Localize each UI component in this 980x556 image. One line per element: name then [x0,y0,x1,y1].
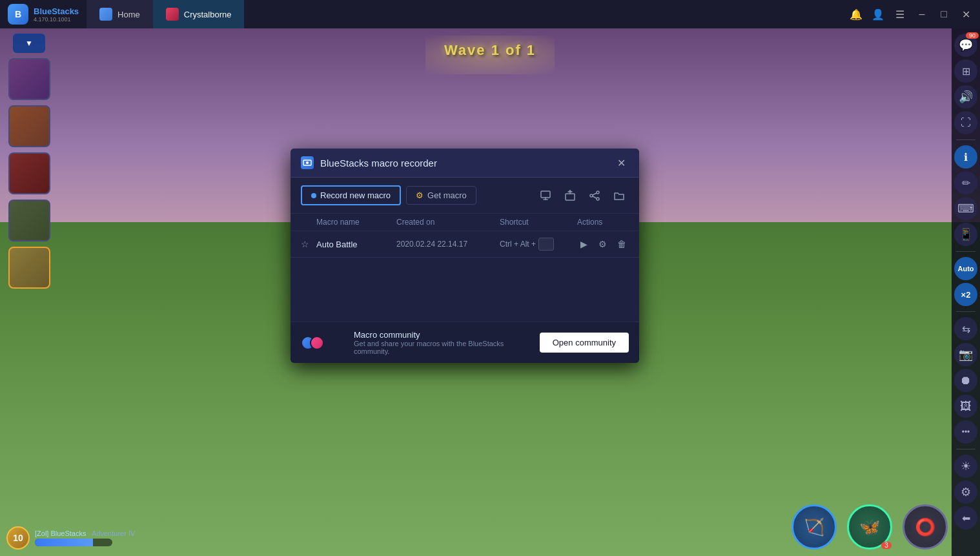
community-title: Macro community [354,330,532,340]
action-btn-3[interactable]: ⭕ [903,504,948,550]
record-sidebar-btn[interactable]: ⏺ [954,369,977,392]
crystalborne-tab-label: Crystalborne [184,10,232,19]
character-card-2[interactable] [8,105,50,147]
record-new-macro-btn[interactable]: Record new macro [301,185,401,205]
exp-fill [35,539,93,546]
svg-rect-3 [566,194,575,200]
phone-sidebar-btn[interactable]: 📱 [954,223,977,246]
toolbar-share-btn[interactable] [585,186,604,205]
volume-sidebar-btn[interactable]: 🔊 [954,85,977,108]
col-created-on: Created on [396,218,500,227]
svg-point-4 [597,191,599,194]
community-description: Get and share your macros with the BlueS… [354,340,532,355]
maximize-window-btn[interactable]: □ [935,5,953,23]
sidebar-divider-4 [956,449,975,449]
bottom-hud: 10 [Zol] BlueStacks Adventurer IV [6,526,135,550]
title-bar: B BlueStacks 4.170.10.1001 Home Crystalb… [0,0,980,28]
toolbar-export-btn[interactable] [560,186,580,205]
chat-sidebar-btn[interactable]: 💬 [954,34,977,57]
table-row: ☆ Auto Battle 2020.02.24 22.14.17 Ctrl +… [291,231,639,258]
get-macro-btn[interactable]: ⚙ Get macro [406,186,476,205]
app-name: BlueStacks [34,6,79,16]
player-name: [Zol] BlueStacks Adventurer IV [35,530,135,537]
notification-icon-btn[interactable]: 🔔 [847,5,865,23]
x2-sidebar-btn[interactable]: ×2 [954,283,977,306]
keyboard-sidebar-btn[interactable]: ⌨ [954,197,977,220]
dialog-toolbar: Record new macro ⚙ Get macro [291,178,639,214]
settings-sidebar-btn[interactable]: ⚙ [954,480,977,504]
bluestacks-logo-icon: B [8,4,28,25]
close-window-btn[interactable]: ✕ [957,5,975,23]
col-actions: Actions [577,218,629,227]
community-text: Macro community Get and share your macro… [354,330,532,355]
menu-icon-btn[interactable]: ☰ [891,5,909,23]
macro-date: 2020.02.24 22.14.17 [396,240,500,249]
svg-point-6 [597,198,599,200]
macro-list: ☆ Auto Battle 2020.02.24 22.14.17 Ctrl +… [291,231,639,309]
sidebar-divider-2 [956,251,975,252]
fullscreen-sidebar-btn[interactable]: ⛶ [954,111,977,134]
character-card-5[interactable]: Mara [8,247,50,289]
more-sidebar-btn[interactable]: ••• [954,420,977,444]
svg-rect-2 [541,191,550,198]
flip-sidebar-btn[interactable]: ⇆ [954,317,977,340]
grid-sidebar-btn[interactable]: ⊞ [954,59,977,83]
macro-list-header: Macro name Created on Shortcut Actions [291,214,639,231]
app-version: 4.170.10.1001 [34,16,79,23]
exp-bar [35,539,112,546]
settings-macro-btn[interactable]: ⚙ [596,236,609,252]
delete-macro-btn[interactable]: 🗑 [615,236,629,252]
action-2-badge: 3 [881,542,892,549]
info-sidebar-btn[interactable]: ℹ [954,145,977,169]
play-macro-btn[interactable]: ▶ [577,236,591,252]
svg-point-1 [306,161,309,164]
community-icon [301,333,327,353]
dialog-titlebar: BlueStacks macro recorder ✕ [291,149,639,178]
macro-dialog: BlueStacks macro recorder ✕ Record new m… [291,149,639,363]
edit-sidebar-btn[interactable]: ✏ [954,171,977,194]
star-icon[interactable]: ☆ [301,239,316,249]
macro-name: Auto Battle [316,240,396,249]
toolbar-import-btn[interactable] [536,186,555,205]
svg-point-5 [590,194,593,197]
dialog-footer: Macro community Get and share your macro… [291,322,639,363]
minimize-window-btn[interactable]: – [913,5,931,23]
dialog-title-icon [301,156,314,169]
character-card-1[interactable] [8,58,50,100]
character-card-3[interactable] [8,152,50,194]
crystalborne-tab-icon [166,8,179,21]
back-sidebar-btn[interactable]: ⬅ [954,506,977,530]
action-1-icon: 🏹 [804,517,824,537]
tab-home[interactable]: Home [87,0,153,28]
action-2-icon: 🦋 [859,517,880,537]
screenshot-sidebar-btn[interactable]: 📷 [954,343,977,366]
sidebar-divider-1 [956,139,975,140]
right-sidebar: 💬 ⊞ 🔊 ⛶ ℹ ✏ ⌨ 📱 Auto ×2 ⇆ 📷 ⏺ 🖼 ••• ☀ ⚙ … [952,28,980,556]
action-btn-1[interactable]: 🏹 [791,504,837,550]
macro-actions: ▶ ⚙ 🗑 [577,236,629,252]
open-community-btn[interactable]: Open community [540,333,629,353]
macro-shortcut: Ctrl + Alt + [500,238,577,251]
dialog-close-btn[interactable]: ✕ [613,155,629,170]
gallery-sidebar-btn[interactable]: 🖼 [954,395,977,418]
tab-crystalborne[interactable]: Crystalborne [153,0,245,28]
collapse-sidebar-btn[interactable]: ▼ [13,34,45,53]
community-avatar-2 [310,336,324,350]
record-dot-icon [311,193,316,198]
user-icon-btn[interactable]: 👤 [869,5,887,23]
col-macro-name: Macro name [316,218,396,227]
brightness-sidebar-btn[interactable]: ☀ [954,455,977,478]
character-card-4[interactable] [8,200,50,242]
auto-sidebar-btn[interactable]: Auto [954,257,977,280]
gear-icon: ⚙ [416,190,424,200]
shortcut-key-box[interactable] [538,238,554,251]
dialog-title: BlueStacks macro recorder [320,158,607,169]
action-btn-2[interactable]: 🦋 3 [847,504,892,550]
home-tab-label: Home [117,10,140,19]
app-logo: B BlueStacks 4.170.10.1001 [0,4,87,25]
level-badge: 10 [6,526,30,550]
bottom-actions: 🏹 🦋 3 ⭕ [791,504,948,550]
sidebar-divider-3 [956,311,975,312]
col-shortcut: Shortcut [500,218,577,227]
toolbar-folder-btn[interactable] [609,186,629,205]
